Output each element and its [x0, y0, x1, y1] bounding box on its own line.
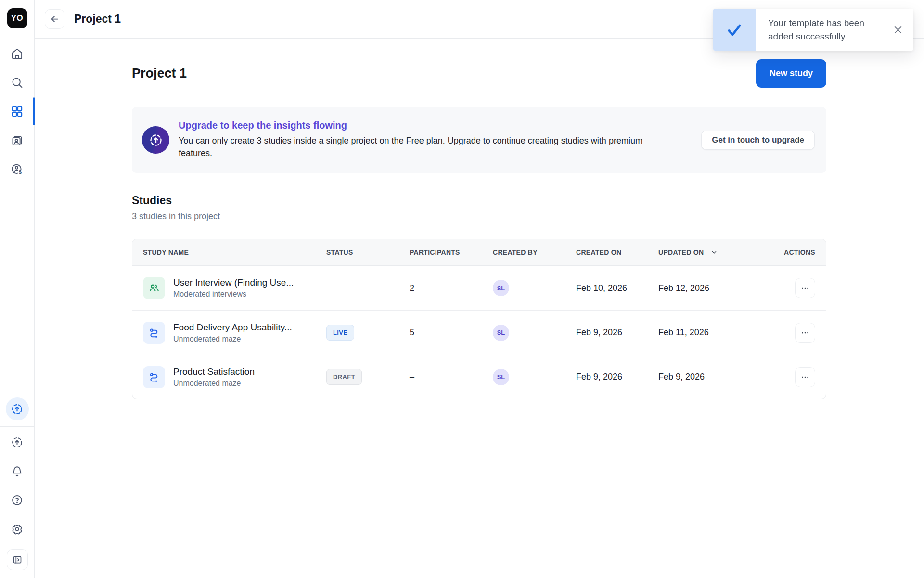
close-icon	[893, 25, 903, 35]
grid-icon	[11, 105, 24, 118]
active-nav-indicator	[33, 97, 35, 125]
studies-table: STUDY NAME STATUS PARTICIPANTS CREATED B…	[132, 239, 826, 399]
status-cell: LIVE	[326, 325, 410, 341]
created-on-cell: Feb 9, 2026	[576, 328, 658, 338]
toast-close-button[interactable]	[892, 24, 904, 36]
study-row[interactable]: Product Satisfaction Unmoderated maze DR…	[132, 355, 826, 399]
study-subtitle: Unmoderated maze	[173, 335, 292, 343]
sidebar-item-upgrade-active[interactable]	[6, 397, 29, 420]
column-header-created-by[interactable]: CREATED BY	[493, 249, 576, 256]
app-root: YO	[0, 0, 924, 578]
updated-on-cell: Feb 11, 2026	[658, 328, 769, 338]
ellipsis-icon	[800, 372, 810, 382]
sidebar-divider	[0, 426, 35, 427]
toast-notification: Your template has been added successfull…	[713, 9, 913, 51]
get-in-touch-button[interactable]: Get in touch to upgrade	[701, 131, 815, 150]
created-by-cell: SL	[493, 325, 576, 341]
upgrade-banner-body: You can only create 3 studies inside a s…	[179, 135, 660, 159]
main-area: Project 1 Project 1 New study Upgrade to…	[35, 0, 924, 578]
avatar: SL	[493, 369, 509, 385]
study-row[interactable]: User Interview (Finding Use... Moderated…	[132, 266, 826, 310]
created-by-cell: SL	[493, 369, 576, 385]
collapse-panel-icon	[12, 554, 23, 565]
column-header-actions: ACTIONS	[769, 249, 815, 256]
topbar-title: Project 1	[74, 13, 121, 26]
study-name-text: User Interview (Finding Use... Moderated…	[173, 277, 294, 299]
upgrade-circle-icon	[149, 133, 163, 147]
bell-icon	[11, 465, 24, 478]
page-content: Project 1 New study Upgrade to keep the …	[35, 39, 924, 578]
sidebar: YO	[0, 0, 35, 578]
study-title: Product Satisfaction	[173, 367, 255, 377]
study-type-icon-wrap	[143, 277, 165, 299]
created-by-cell: SL	[493, 280, 576, 296]
new-study-button[interactable]: New study	[756, 59, 826, 88]
row-actions-button[interactable]	[795, 278, 815, 298]
workspace-logo[interactable]: YO	[7, 8, 27, 28]
actions-cell	[769, 278, 815, 298]
updated-on-cell: Feb 12, 2026	[658, 283, 769, 293]
table-header-row: STUDY NAME STATUS PARTICIPANTS CREATED B…	[132, 239, 826, 266]
column-header-status[interactable]: STATUS	[326, 249, 410, 256]
study-name-cell: User Interview (Finding Use... Moderated…	[143, 277, 326, 299]
status-cell: DRAFT	[326, 369, 410, 385]
study-row[interactable]: Food Delivery App Usability... Unmoderat…	[132, 310, 826, 355]
row-actions-button[interactable]	[795, 323, 815, 343]
status-badge-draft: DRAFT	[326, 369, 362, 385]
row-actions-button[interactable]	[795, 367, 815, 387]
avatar: SL	[493, 325, 509, 341]
sidebar-bottom-nav	[0, 397, 34, 570]
settings-icon	[11, 523, 24, 536]
column-header-participants[interactable]: PARTICIPANTS	[410, 249, 493, 256]
upgrade-banner-text: Upgrade to keep the insights flowing You…	[179, 120, 701, 159]
study-name-text: Product Satisfaction Unmoderated maze	[173, 367, 255, 388]
maze-icon	[148, 327, 160, 339]
study-name-text: Food Delivery App Usability... Unmoderat…	[173, 322, 292, 343]
back-button[interactable]	[45, 9, 64, 29]
status-cell: –	[326, 283, 410, 293]
sidebar-item-search[interactable]	[0, 76, 35, 89]
study-title: Food Delivery App Usability...	[173, 322, 292, 333]
study-subtitle: Unmoderated maze	[173, 379, 255, 388]
sidebar-top-nav: $	[0, 39, 34, 184]
svg-text:$: $	[19, 169, 22, 175]
study-name-cell: Food Delivery App Usability... Unmoderat…	[143, 322, 326, 344]
sidebar-collapse-button[interactable]	[7, 549, 28, 570]
column-header-created-on[interactable]: CREATED ON	[576, 249, 658, 256]
page-title: Project 1	[132, 66, 187, 81]
toast-success-accent	[713, 9, 756, 51]
actions-cell	[769, 367, 815, 387]
column-header-updated-on[interactable]: UPDATED ON	[658, 249, 769, 256]
actions-cell	[769, 323, 815, 343]
column-header-study-name[interactable]: STUDY NAME	[143, 249, 326, 256]
sidebar-item-payouts[interactable]: $	[0, 162, 35, 176]
home-icon	[11, 47, 24, 60]
ellipsis-icon	[800, 283, 810, 293]
id-card-icon	[11, 134, 24, 147]
chevron-down-icon	[710, 249, 718, 256]
sidebar-item-participants[interactable]	[0, 133, 35, 147]
participants-cell: –	[410, 372, 493, 382]
updated-on-label: UPDATED ON	[658, 249, 704, 256]
sidebar-item-settings[interactable]	[0, 522, 35, 536]
upgrade-banner-icon	[142, 126, 169, 154]
ellipsis-icon	[800, 328, 810, 338]
sidebar-item-help[interactable]	[0, 493, 35, 507]
help-icon	[11, 494, 24, 507]
study-type-icon-wrap	[143, 366, 165, 388]
study-subtitle: Moderated interviews	[173, 290, 294, 299]
check-icon	[726, 21, 743, 39]
sidebar-item-notifications[interactable]	[0, 464, 35, 478]
sidebar-item-projects[interactable]	[0, 105, 35, 118]
created-on-cell: Feb 9, 2026	[576, 372, 658, 382]
studies-heading: Studies	[132, 194, 826, 207]
sidebar-item-home[interactable]	[0, 47, 35, 60]
avatar: SL	[493, 280, 509, 296]
upgrade-icon	[11, 436, 24, 449]
status-badge-live: LIVE	[326, 325, 354, 341]
created-on-cell: Feb 10, 2026	[576, 283, 658, 293]
sidebar-item-upgrade[interactable]	[0, 435, 35, 449]
participants-cell: 2	[410, 283, 493, 293]
arrow-left-icon	[50, 14, 60, 24]
study-name-cell: Product Satisfaction Unmoderated maze	[143, 366, 326, 388]
